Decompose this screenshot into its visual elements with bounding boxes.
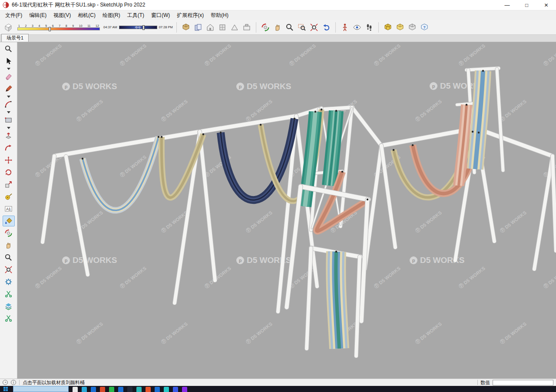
push-pull-tool-icon [4, 132, 13, 140]
menu-item[interactable]: 工具(T) [124, 11, 148, 20]
cut-1-tool-button[interactable] [3, 289, 15, 299]
view-front-button[interactable] [205, 22, 216, 33]
close-button[interactable]: ✕ [536, 0, 556, 10]
tape-measure-tool-button[interactable] [3, 191, 15, 202]
taskbar-app-icon[interactable] [155, 387, 160, 392]
follow-me-tool-button[interactable] [3, 143, 15, 153]
help-box-button[interactable]: ? [419, 22, 430, 33]
rectangle-flyout-arrow[interactable] [7, 127, 10, 129]
shadow-time-slider[interactable]: 中午 [119, 26, 157, 29]
rotate-tool-button[interactable] [3, 167, 15, 178]
model-viewport[interactable]: ⓟ D5 WORKSⓟ D5 WORKSⓟ D5 WORKSⓟ D5 WORKS… [17, 42, 556, 379]
eraser-tool-button[interactable] [3, 71, 15, 82]
3d-scene[interactable]: ⓟ D5 WORKSⓟ D5 WORKSⓟ D5 WORKSⓟ D5 WORKS… [17, 42, 556, 379]
geolocation-icon[interactable]: ◔ [3, 380, 8, 385]
zoom-tool-button[interactable] [3, 252, 15, 263]
taskbar-app-icon[interactable] [109, 387, 114, 392]
material-sample-button[interactable] [3, 22, 14, 33]
position-camera-button[interactable] [339, 22, 351, 33]
menu-item[interactable]: 帮助(H) [207, 11, 232, 20]
text-tool-button[interactable]: A1 [3, 203, 15, 214]
shadow-date-handle[interactable] [49, 27, 51, 31]
layers-tool-button[interactable] [3, 301, 15, 312]
shadow-date-slider[interactable] [17, 27, 100, 30]
shadow-time-start: 04:37 AM [103, 25, 117, 29]
taskbar-app-icon[interactable] [173, 387, 178, 392]
move-tool-button[interactable] [3, 155, 15, 166]
section-tool-icon [4, 278, 13, 286]
walk-button[interactable] [364, 22, 375, 33]
zoom-extents-tool-button[interactable] [3, 264, 15, 275]
select-flyout-arrow[interactable] [7, 68, 10, 70]
cut-2-tool-button[interactable] [3, 313, 15, 324]
taskbar-app-icon[interactable] [73, 387, 78, 392]
taskbar-app-icon[interactable] [136, 387, 142, 392]
zoom-tool-icon [4, 253, 13, 262]
orbit-tool-button[interactable] [3, 228, 15, 239]
taskbar-app-icon[interactable] [146, 387, 151, 392]
style-shaded-button[interactable] [394, 22, 406, 33]
zoom-window-button[interactable] [296, 22, 308, 33]
pan-tool-button[interactable] [3, 240, 15, 251]
zoom-extents-icon [310, 23, 318, 32]
view-left-button[interactable] [229, 22, 240, 33]
line-tool-button[interactable] [3, 83, 15, 94]
start-button[interactable] [2, 386, 9, 392]
look-around-button[interactable] [351, 22, 363, 33]
maximize-button[interactable]: □ [517, 0, 536, 10]
swing-connector-dot [367, 199, 368, 200]
zoom-button[interactable] [284, 22, 295, 33]
view-iso-button[interactable] [180, 22, 192, 33]
paint-bucket-tool-button[interactable] [3, 216, 15, 226]
window-title: 66-1现代彩虹秋千 网红秋千SU1.skp - SketchUp Pro 20… [12, 1, 145, 9]
month-tick: 10 [79, 24, 83, 27]
taskbar-app-icon[interactable] [127, 387, 132, 392]
orbit-icon [261, 23, 270, 32]
menu-item[interactable]: 相机(C) [74, 11, 99, 20]
view-top-button[interactable] [217, 22, 228, 33]
taskbar-app-icon[interactable] [82, 387, 87, 392]
taskbar-app-icon[interactable] [91, 387, 96, 392]
arc-flyout-arrow[interactable] [7, 111, 10, 113]
scale-tool-button[interactable] [3, 179, 15, 190]
measurement-input[interactable] [493, 380, 553, 385]
view-pages-icon [194, 23, 202, 32]
scene-tab-1[interactable]: 场景号1 [1, 34, 29, 42]
section-tool-button[interactable] [3, 276, 15, 287]
view-back-button[interactable] [241, 22, 252, 33]
taskbar-app-icon[interactable] [118, 387, 123, 392]
shadow-time-handle[interactable] [142, 25, 145, 30]
taskbar-active-app[interactable] [13, 386, 69, 392]
menu-item[interactable]: 文件(F) [2, 11, 26, 20]
watermark-text: D5 WORKS [73, 82, 117, 91]
minimize-button[interactable]: — [497, 0, 517, 10]
line-flyout-arrow[interactable] [7, 96, 10, 98]
watermark-text: D5 WORKS [73, 256, 117, 265]
push-pull-tool-button[interactable] [3, 130, 15, 141]
taskbar-app-icon[interactable] [164, 387, 169, 392]
month-tick: 1 [18, 24, 20, 27]
swing-connector-dot [335, 110, 337, 112]
pan-button[interactable] [272, 22, 283, 33]
select-tool-button[interactable] [3, 56, 15, 66]
view-pages-button[interactable] [192, 22, 204, 33]
zoom-top-tool-button[interactable] [3, 43, 15, 54]
taskbar-app-icon[interactable] [182, 387, 187, 392]
style-mono-button[interactable] [407, 22, 418, 33]
orbit-button[interactable] [260, 22, 271, 33]
menu-item[interactable]: 编辑(E) [26, 11, 50, 20]
arc-tool-button[interactable] [3, 99, 15, 110]
taskbar-app-icon[interactable] [100, 387, 105, 392]
zoom-extents-button[interactable] [308, 22, 320, 33]
menu-item[interactable]: 视图(V) [50, 11, 74, 20]
style-textured-icon [384, 23, 392, 32]
menu-item[interactable]: 窗口(W) [148, 11, 173, 20]
menu-item[interactable]: 绘图(R) [99, 11, 124, 20]
tape-measure-tool-icon [4, 193, 13, 201]
view-left-icon [230, 23, 239, 32]
info-circle-icon[interactable]: i [11, 380, 16, 385]
zoom-previous-button[interactable] [321, 22, 332, 33]
rectangle-tool-button[interactable] [3, 115, 15, 126]
menu-item[interactable]: 扩展程序(x) [173, 11, 207, 20]
style-textured-button[interactable] [382, 22, 394, 33]
